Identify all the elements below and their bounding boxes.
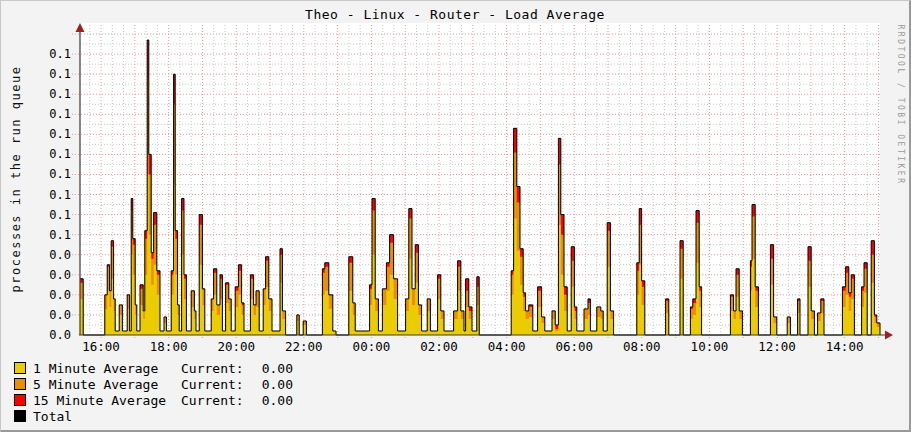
x-tick-label: 00:00 (353, 339, 391, 354)
x-tick-label: 12:00 (758, 339, 796, 354)
x-axis-arrow-icon (885, 331, 893, 340)
x-tick-label: 10:00 (691, 339, 729, 354)
y-tick-label: 0.1 (49, 107, 71, 121)
y-tick-label: 0.1 (49, 127, 71, 141)
legend-row-total: Total (14, 408, 293, 424)
y-tick-label: 0.1 (49, 188, 71, 202)
x-tick-label: 22:00 (285, 339, 323, 354)
legend-current-label: Current: (181, 377, 243, 392)
legend: 1 Minute Average Current: 0.00 5 Minute … (14, 360, 293, 424)
y-tick-label: 0.1 (49, 87, 71, 101)
legend-current-value: 0.00 (243, 393, 293, 408)
y-tick-label: 0.1 (49, 47, 71, 61)
x-tick-label: 20:00 (217, 339, 255, 354)
y-tick-label: 0.0 (49, 248, 71, 262)
x-tick-label: 18:00 (150, 339, 188, 354)
rrdtool-watermark: RRDTOOL / TOBI OETIKER (891, 5, 905, 205)
x-tick-label: 02:00 (420, 339, 458, 354)
legend-label: 15 Minute Average (33, 393, 181, 408)
legend-label: Total (33, 409, 181, 424)
x-tick-label: 06:00 (555, 339, 593, 354)
legend-label: 1 Minute Average (33, 361, 181, 376)
y-tick-label: 0.1 (49, 67, 71, 81)
y-tick-label: 0.1 (49, 228, 71, 242)
y-tick-label: 0.1 (49, 147, 71, 161)
legend-current-value: 0.00 (243, 377, 293, 392)
legend-current-value: 0.00 (243, 361, 293, 376)
red-square-icon (14, 394, 26, 406)
x-tick-label: 04:00 (488, 339, 526, 354)
y-tick-label: 0.0 (49, 268, 71, 282)
y-axis-label: processes in the run queue (9, 59, 25, 299)
orange-square-icon (14, 378, 26, 390)
legend-current-label: Current: (181, 361, 243, 376)
x-tick-label: 14:00 (826, 339, 864, 354)
black-square-icon (14, 410, 26, 422)
legend-row-5min: 5 Minute Average Current: 0.00 (14, 376, 293, 392)
x-tick-label: 08:00 (623, 339, 661, 354)
legend-row-1min: 1 Minute Average Current: 0.00 (14, 360, 293, 376)
yellow-square-icon (14, 362, 26, 374)
x-tick-label: 16:00 (82, 339, 120, 354)
legend-label: 5 Minute Average (33, 377, 181, 392)
y-tick-label: 0.0 (49, 328, 71, 342)
graph-title: Theo - Linux - Router - Load Average (1, 7, 909, 22)
legend-row-15min: 15 Minute Average Current: 0.00 (14, 392, 293, 408)
y-tick-label: 0.0 (49, 288, 71, 302)
y-tick-label: 0.1 (49, 167, 71, 181)
y-tick-label: 0.1 (49, 208, 71, 222)
rrdtool-load-average-graph: 0.00.00.00.00.00.10.10.10.10.10.10.10.10… (0, 0, 911, 432)
y-tick-label: 0.0 (49, 308, 71, 322)
legend-current-label: Current: (181, 393, 243, 408)
